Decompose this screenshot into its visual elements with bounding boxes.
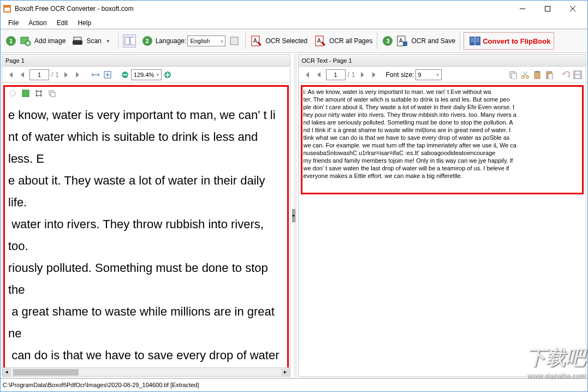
language-label: Language:: [156, 37, 187, 45]
zoom-in-icon[interactable]: [163, 70, 173, 80]
scan-label[interactable]: Scan: [86, 37, 101, 45]
zoom-select[interactable]: 129.4%v: [131, 69, 162, 80]
titlebar: Boxoft Free OCR Converter - boxoft.com: [1, 1, 587, 17]
watermark-small: www.xiazaiba.com: [526, 371, 585, 379]
paste-icon[interactable]: [544, 70, 554, 80]
page-total: 1: [55, 71, 59, 79]
text-page-sep: /: [348, 71, 349, 79]
ocr-all-icon[interactable]: A: [314, 34, 327, 47]
svg-rect-14: [130, 37, 134, 45]
convert-flipbook-button[interactable]: Convert to FlipBook: [464, 32, 554, 50]
text-first-page-icon[interactable]: [302, 70, 312, 80]
text-prev-page-icon[interactable]: [314, 70, 324, 80]
menu-file[interactable]: File: [4, 19, 23, 27]
fit-width-icon[interactable]: [91, 70, 100, 80]
minimize-button[interactable]: [510, 1, 535, 17]
svg-text:A: A: [317, 38, 321, 44]
step-3-badge: 3: [383, 36, 393, 46]
selection-mini-toolbar: [5, 87, 287, 100]
copy-selection-icon[interactable]: [46, 88, 57, 99]
main-toolbar: 1 Add image Scan ▼ 2 Language: Englishv …: [1, 29, 587, 53]
svg-rect-12: [74, 37, 81, 40]
image-selection-box: e know, water is very important to man, …: [3, 85, 289, 367]
maximize-button[interactable]: [535, 1, 560, 17]
text-pane-toolbar: / 1 Font size: 9v: [299, 67, 586, 83]
text-last-page-icon[interactable]: [370, 70, 379, 80]
svg-rect-4: [545, 7, 550, 11]
splitter-handle[interactable]: ▸: [294, 54, 297, 377]
flipbook-label: Convert to FlipBook: [483, 37, 550, 45]
prev-page-icon[interactable]: [17, 70, 27, 80]
split-container: Page 1 / 1 129.4%v: [1, 53, 587, 378]
copy-icon[interactable]: [508, 70, 518, 80]
ocr-selected-label[interactable]: OCR Selected: [265, 37, 307, 45]
text-next-page-icon[interactable]: [358, 70, 367, 80]
last-page-icon[interactable]: [73, 70, 83, 80]
menu-action[interactable]: Action: [24, 19, 51, 27]
status-bar: C:\ProgramData\Boxoft\PdfOcr\Images\2020…: [1, 378, 587, 390]
menu-help[interactable]: Help: [73, 19, 96, 27]
loading-icon[interactable]: [7, 88, 18, 99]
text-page-number-input[interactable]: [326, 69, 346, 80]
app-icon: [3, 4, 11, 13]
font-size-select[interactable]: 9v: [415, 69, 442, 80]
ocr-selected-icon[interactable]: A: [250, 34, 263, 47]
layout-icon[interactable]: [123, 34, 136, 47]
image-viewport[interactable]: e know, water is very important to man, …: [2, 83, 290, 367]
image-pane: Page 1 / 1 129.4%v: [2, 54, 290, 377]
svg-rect-2: [4, 6, 10, 8]
svg-point-30: [10, 91, 15, 96]
add-image-label[interactable]: Add image: [34, 37, 66, 45]
text-pane: OCR Text - Page 1 / 1 Font size: 9v i: A…: [298, 54, 587, 377]
svg-rect-46: [575, 72, 580, 74]
language-select[interactable]: Englishv: [187, 35, 225, 46]
window-title: Boxoft Free OCR Converter - boxoft.com: [15, 5, 510, 13]
image-pane-tab[interactable]: Page 1: [2, 55, 290, 67]
image-h-scrollbar[interactable]: ◄►: [2, 367, 290, 376]
text-viewport[interactable]: i: As we know, water is very important t…: [299, 83, 586, 376]
text-selection-box: i: As we know, water is very important t…: [301, 85, 584, 194]
svg-text:A: A: [399, 38, 403, 44]
first-page-icon[interactable]: [5, 70, 15, 80]
svg-rect-22: [403, 41, 407, 46]
svg-rect-43: [548, 74, 553, 79]
language-apply-icon[interactable]: [228, 34, 241, 47]
clipboard-icon[interactable]: [532, 70, 542, 80]
text-pane-tab[interactable]: OCR Text - Page 1: [299, 55, 586, 67]
crop-icon[interactable]: [33, 88, 44, 99]
save-text-icon[interactable]: [573, 70, 583, 80]
watermark-big: 下载吧: [526, 345, 585, 371]
scan-dropdown-arrow[interactable]: ▼: [106, 39, 110, 44]
next-page-icon[interactable]: [61, 70, 71, 80]
menu-edit[interactable]: Edit: [52, 19, 73, 27]
cut-icon[interactable]: [520, 70, 530, 80]
svg-rect-35: [512, 73, 516, 79]
text-page-total: 1: [352, 71, 355, 79]
select-all-icon[interactable]: [20, 88, 31, 99]
step-1-badge: 1: [6, 36, 16, 46]
svg-text:A: A: [253, 38, 257, 44]
ocr-save-icon[interactable]: A: [396, 34, 409, 47]
svg-rect-41: [536, 71, 539, 73]
add-image-icon[interactable]: [19, 34, 32, 47]
fit-page-icon[interactable]: [103, 70, 112, 80]
font-size-label: Font size:: [386, 71, 414, 79]
scan-icon[interactable]: [71, 34, 84, 47]
ocr-save-label[interactable]: OCR and Save: [411, 37, 455, 45]
menu-bar: File Action Edit Help: [1, 17, 587, 29]
svg-rect-11: [73, 40, 82, 45]
watermark: 下载吧 www.xiazaiba.com: [526, 345, 585, 379]
svg-rect-31: [22, 90, 29, 97]
page-sep: /: [51, 71, 53, 79]
svg-rect-33: [51, 92, 55, 97]
splitter-arrow-icon[interactable]: ▸: [292, 209, 295, 222]
page-number-input[interactable]: [29, 69, 49, 80]
zoom-out-icon[interactable]: [120, 70, 130, 80]
image-pane-toolbar: / 1 129.4%v: [2, 67, 290, 83]
svg-rect-13: [125, 37, 129, 45]
ocr-all-label[interactable]: OCR all Pages: [329, 37, 372, 45]
close-button[interactable]: [560, 1, 585, 17]
undo-icon[interactable]: [561, 70, 571, 80]
status-path: C:\ProgramData\Boxoft\PdfOcr\Images\2020…: [3, 382, 199, 388]
ocr-result-text[interactable]: i: As we know, water is very important t…: [304, 88, 581, 180]
